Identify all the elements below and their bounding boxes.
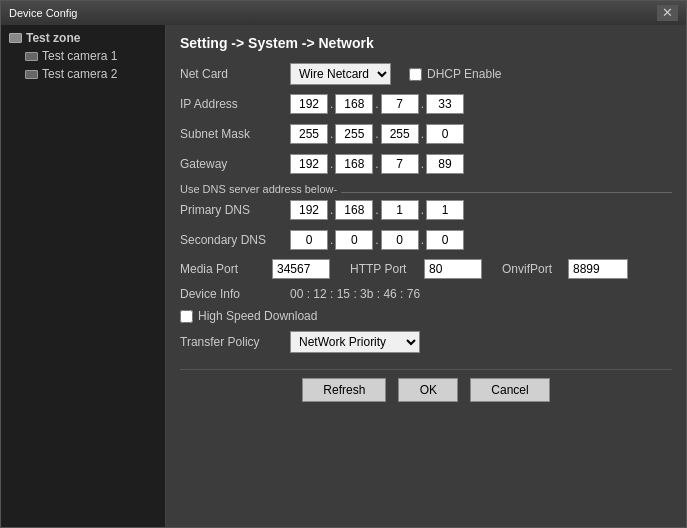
device-info-label: Device Info — [180, 287, 290, 301]
window-title: Device Config — [9, 7, 77, 19]
content-area: Test zone Test camera 1 Test camera 2 Se… — [1, 25, 686, 527]
gateway-label: Gateway — [180, 157, 290, 171]
http-port-input[interactable] — [424, 259, 482, 279]
secondary-dns-row: Secondary DNS . . . — [180, 229, 672, 251]
ip-oct4[interactable] — [426, 94, 464, 114]
pdns-oct3[interactable] — [381, 200, 419, 220]
media-port-input[interactable] — [272, 259, 330, 279]
transfer-policy-label: Transfer Policy — [180, 335, 290, 349]
ip-address-group: . . . — [290, 94, 464, 114]
subnet-oct2[interactable] — [335, 124, 373, 144]
gateway-oct2[interactable] — [335, 154, 373, 174]
button-row: Refresh OK Cancel — [180, 369, 672, 402]
pdns-oct1[interactable] — [290, 200, 328, 220]
sidebar-camera1-label: Test camera 1 — [42, 49, 117, 63]
ip-address-row: IP Address . . . — [180, 93, 672, 115]
sidebar-camera2-label: Test camera 2 — [42, 67, 117, 81]
high-speed-label: High Speed Download — [198, 309, 317, 323]
pdns-oct2[interactable] — [335, 200, 373, 220]
zone-icon — [9, 33, 22, 43]
sdns-oct3[interactable] — [381, 230, 419, 250]
gateway-row: Gateway . . . — [180, 153, 672, 175]
subnet-oct1[interactable] — [290, 124, 328, 144]
primary-dns-label: Primary DNS — [180, 203, 290, 217]
net-card-select[interactable]: Wire Netcard Wireless — [290, 63, 391, 85]
title-bar: Device Config ✕ — [1, 1, 686, 25]
transfer-policy-select[interactable]: NetWork Priority Storage Priority Balanc… — [290, 331, 420, 353]
media-port-label: Media Port — [180, 262, 260, 276]
subnet-mask-row: Subnet Mask . . . — [180, 123, 672, 145]
dhcp-checkbox-label[interactable]: DHCP Enable — [409, 67, 501, 81]
refresh-button[interactable]: Refresh — [302, 378, 386, 402]
sidebar-item-camera1[interactable]: Test camera 1 — [5, 47, 161, 65]
high-speed-checkbox-label[interactable]: High Speed Download — [180, 309, 317, 323]
sidebar: Test zone Test camera 1 Test camera 2 — [1, 25, 166, 527]
dhcp-label: DHCP Enable — [427, 67, 501, 81]
device-info-row: Device Info 00 : 12 : 15 : 3b : 46 : 76 — [180, 287, 672, 301]
high-speed-checkbox[interactable] — [180, 310, 193, 323]
http-port-label: HTTP Port — [342, 262, 412, 276]
high-speed-row: High Speed Download — [180, 309, 672, 323]
sidebar-item-zone[interactable]: Test zone — [5, 29, 161, 47]
device-info-value: 00 : 12 : 15 : 3b : 46 : 76 — [290, 287, 420, 301]
close-button[interactable]: ✕ — [657, 5, 678, 21]
main-panel: Setting -> System -> Network Net Card Wi… — [166, 25, 686, 527]
sidebar-zone-label: Test zone — [26, 31, 80, 45]
primary-dns-row: Primary DNS . . . — [180, 199, 672, 221]
secondary-dns-group: . . . — [290, 230, 464, 250]
gateway-group: . . . — [290, 154, 464, 174]
net-card-label: Net Card — [180, 67, 290, 81]
subnet-oct4[interactable] — [426, 124, 464, 144]
sdns-oct2[interactable] — [335, 230, 373, 250]
onvif-port-input[interactable] — [568, 259, 628, 279]
subnet-mask-label: Subnet Mask — [180, 127, 290, 141]
sdns-oct1[interactable] — [290, 230, 328, 250]
dns-divider-row: Use DNS server address below- — [180, 183, 672, 195]
dns-section-label: Use DNS server address below- — [180, 183, 337, 195]
camera2-icon — [25, 70, 38, 79]
subnet-oct3[interactable] — [381, 124, 419, 144]
gateway-oct4[interactable] — [426, 154, 464, 174]
pdns-oct4[interactable] — [426, 200, 464, 220]
transfer-policy-row: Transfer Policy NetWork Priority Storage… — [180, 331, 672, 353]
net-card-row: Net Card Wire Netcard Wireless DHCP Enab… — [180, 63, 672, 85]
secondary-dns-label: Secondary DNS — [180, 233, 290, 247]
camera1-icon — [25, 52, 38, 61]
primary-dns-group: . . . — [290, 200, 464, 220]
ok-button[interactable]: OK — [398, 378, 458, 402]
cancel-button[interactable]: Cancel — [470, 378, 549, 402]
gateway-oct1[interactable] — [290, 154, 328, 174]
ip-oct3[interactable] — [381, 94, 419, 114]
sdns-oct4[interactable] — [426, 230, 464, 250]
ports-row: Media Port HTTP Port OnvifPort — [180, 259, 672, 279]
ip-address-label: IP Address — [180, 97, 290, 111]
breadcrumb: Setting -> System -> Network — [180, 35, 672, 51]
onvif-port-label: OnvifPort — [494, 262, 552, 276]
sidebar-item-camera2[interactable]: Test camera 2 — [5, 65, 161, 83]
ip-oct1[interactable] — [290, 94, 328, 114]
subnet-mask-group: . . . — [290, 124, 464, 144]
ip-oct2[interactable] — [335, 94, 373, 114]
gateway-oct3[interactable] — [381, 154, 419, 174]
device-config-window: Device Config ✕ Test zone Test camera 1 … — [0, 0, 687, 528]
dhcp-checkbox[interactable] — [409, 68, 422, 81]
